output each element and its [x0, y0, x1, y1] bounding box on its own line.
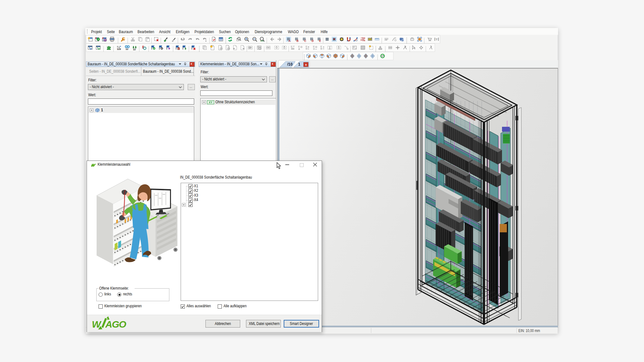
- svg-text:x: x: [305, 63, 307, 66]
- svg-text:123: 123: [117, 48, 121, 50]
- svg-text:T: T: [436, 38, 438, 41]
- svg-text:B: B: [297, 39, 299, 42]
- svg-text:/10: /10: [287, 62, 293, 67]
- svg-text:12: 12: [133, 48, 136, 51]
- svg-text:XY: XY: [209, 101, 213, 104]
- svg-text:C: C: [304, 39, 307, 42]
- svg-text:A: A: [289, 39, 291, 42]
- svg-text:D: D: [312, 39, 314, 42]
- svg-text:123: 123: [369, 39, 371, 40]
- svg-text:AGO: AGO: [105, 319, 126, 330]
- svg-text:100: 100: [260, 40, 264, 42]
- svg-text:12: 12: [126, 48, 128, 50]
- svg-text:E: E: [319, 39, 321, 42]
- svg-text:1: 1: [298, 62, 300, 67]
